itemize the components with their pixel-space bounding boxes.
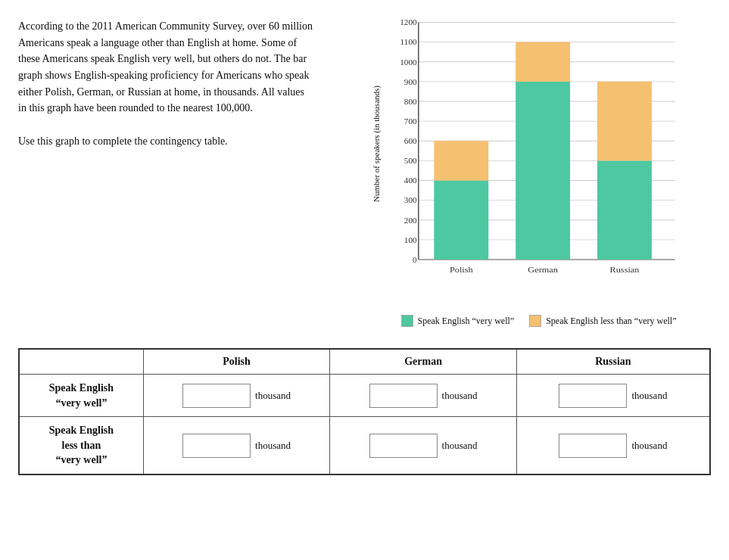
input-russian-less[interactable] — [559, 434, 627, 458]
svg-text:400: 400 — [403, 176, 417, 185]
input-group-german-very-well: thousand — [339, 384, 507, 408]
thousand-label-4: thousand — [255, 440, 291, 452]
legend-less-than: Speak English less than “very well” — [529, 315, 676, 327]
bar-chart: 1200 1100 1000 900 800 700 600 500 400 3… — [395, 15, 683, 274]
legend-very-well-label: Speak English “very well” — [418, 316, 515, 327]
cell-german-very-well: thousand — [330, 375, 517, 417]
german-less-bar — [516, 42, 570, 82]
y-axis-title: Number of speakers (in thousands) — [357, 15, 395, 272]
header-empty — [19, 349, 143, 375]
x-label-polish: Polish — [449, 265, 472, 274]
contingency-table: Polish German Russian Speak English“very… — [18, 348, 711, 475]
german-very-well-bar — [516, 82, 570, 260]
thousand-label-5: thousand — [442, 440, 478, 452]
svg-text:1200: 1200 — [400, 18, 417, 27]
svg-text:0: 0 — [413, 255, 417, 264]
contingency-table-section: Polish German Russian Speak English“very… — [18, 348, 711, 475]
table-row-less: Speak Englishless than“very well” thousa… — [19, 417, 710, 474]
instruction-text: Use this graph to complete the contingen… — [18, 133, 313, 150]
svg-text:100: 100 — [403, 235, 417, 244]
row-label-very-well: Speak English“very well” — [19, 375, 143, 417]
thousand-label-2: thousand — [442, 390, 478, 402]
description-text: According to the 2011 American Community… — [18, 18, 313, 117]
input-group-russian-very-well: thousand — [526, 384, 700, 408]
legend-less-label: Speak English less than “very well” — [546, 316, 676, 327]
input-german-less[interactable] — [369, 434, 438, 458]
polish-less-bar — [434, 141, 488, 180]
cell-polish-very-well: thousand — [143, 375, 330, 417]
russian-less-bar — [597, 82, 652, 161]
svg-text:700: 700 — [403, 117, 417, 126]
cell-russian-very-well: thousand — [516, 375, 710, 417]
svg-text:600: 600 — [403, 136, 417, 145]
svg-text:300: 300 — [403, 196, 417, 205]
row-label-less: Speak Englishless than“very well” — [19, 417, 143, 474]
input-german-very-well[interactable] — [369, 384, 438, 408]
input-russian-very-well[interactable] — [559, 384, 627, 408]
chart-container: Number of speakers (in thousands) — [329, 15, 711, 327]
legend-very-well-color — [401, 315, 413, 327]
header-german: German — [330, 349, 517, 375]
input-polish-less[interactable] — [182, 434, 251, 458]
x-label-german: German — [528, 265, 558, 274]
svg-text:1100: 1100 — [400, 38, 417, 47]
input-group-polish-less: thousand — [153, 434, 321, 458]
cell-polish-less: thousand — [143, 417, 330, 474]
x-label-russian: Russian — [609, 265, 639, 274]
input-polish-very-well[interactable] — [182, 384, 251, 408]
svg-text:900: 900 — [403, 77, 417, 86]
cell-german-less: thousand — [330, 417, 517, 474]
table-header-row: Polish German Russian — [19, 349, 710, 375]
svg-text:1000: 1000 — [400, 58, 417, 67]
header-russian: Russian — [516, 349, 710, 375]
table-row-very-well: Speak English“very well” thousand thousa… — [19, 375, 710, 417]
svg-text:500: 500 — [403, 157, 417, 166]
svg-text:200: 200 — [403, 216, 417, 225]
input-group-russian-less: thousand — [526, 434, 700, 458]
chart-legend: Speak English “very well” Speak English … — [401, 315, 677, 327]
thousand-label-1: thousand — [255, 390, 291, 402]
cell-russian-less: thousand — [516, 417, 710, 474]
input-group-polish-very-well: thousand — [153, 384, 321, 408]
svg-text:800: 800 — [403, 97, 417, 106]
legend-very-well: Speak English “very well” — [401, 315, 515, 327]
thousand-label-3: thousand — [631, 390, 667, 402]
chart-area: Number of speakers (in thousands) — [357, 15, 683, 310]
legend-less-color — [529, 315, 541, 327]
polish-very-well-bar — [434, 181, 488, 260]
header-polish: Polish — [143, 349, 330, 375]
input-group-german-less: thousand — [339, 434, 507, 458]
description-block: According to the 2011 American Community… — [18, 15, 313, 327]
thousand-label-6: thousand — [631, 440, 667, 452]
russian-very-well-bar — [597, 160, 652, 260]
